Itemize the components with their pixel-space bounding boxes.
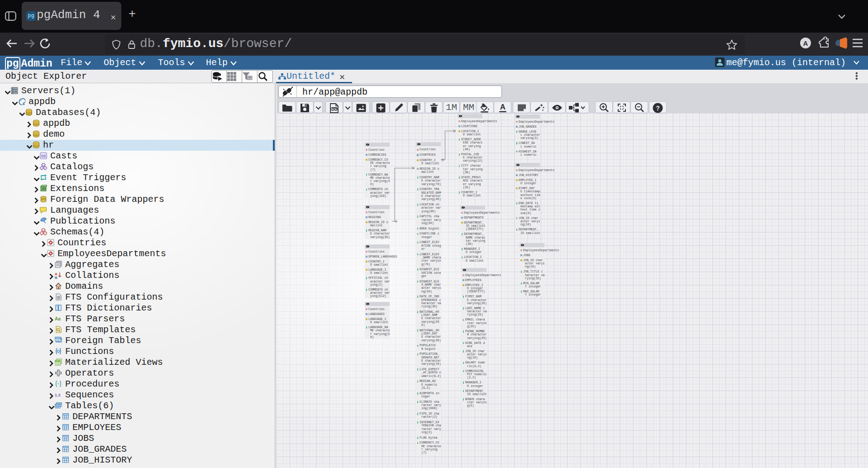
svg-text:69: 69 (41, 154, 46, 158)
svg-text:A: A (500, 103, 505, 111)
svg-text:A: A (803, 39, 808, 47)
svg-text:B: B (55, 276, 57, 279)
svg-text:SQL: SQL (331, 108, 338, 111)
svg-text:1.3: 1.3 (55, 393, 61, 397)
svg-text:Aa: Aa (55, 316, 61, 321)
svg-text:?: ? (656, 105, 660, 112)
